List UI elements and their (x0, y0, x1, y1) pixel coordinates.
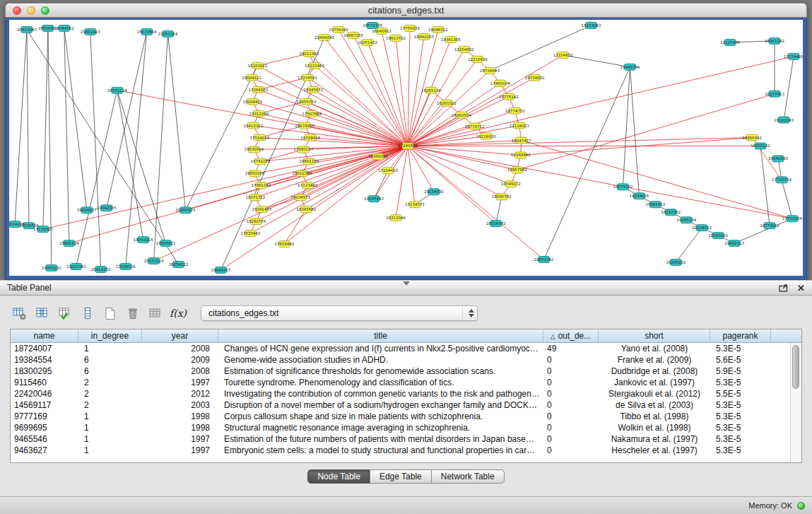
graph-node[interactable]: 19901238 (299, 158, 319, 165)
graph-node[interactable]: 18413322 (243, 122, 263, 129)
table-row[interactable]: 969969511998Structural magnetic resonanc… (11, 422, 801, 433)
graph-node[interactable]: 17123460 (298, 182, 317, 189)
graph-node[interactable]: 15958342 (742, 134, 762, 141)
graph-node[interactable]: 19145493 (364, 196, 384, 202)
graph-node[interactable]: 18756242 (329, 26, 348, 33)
graph-node[interactable]: 18563201 (708, 233, 728, 239)
graph-node[interactable]: 18291574 (246, 218, 266, 225)
graph-node[interactable]: 16942203 (414, 33, 434, 40)
graph-node[interactable]: 18205134 (421, 87, 441, 93)
graph-node[interactable]: 20412232 (91, 267, 111, 273)
graph-node[interactable]: 15951242 (765, 37, 784, 44)
graph-node[interactable]: 15116020 (476, 133, 496, 139)
column-header-pagerank[interactable]: pagerank (710, 329, 771, 343)
graph-node[interactable]: 16854222 (169, 262, 189, 268)
graph-node[interactable]: 17890127 (293, 146, 313, 153)
graph-node[interactable]: 17284203 (248, 86, 268, 93)
delete-table-icon[interactable] (123, 305, 143, 322)
graph-node[interactable]: 15905124 (59, 240, 79, 247)
graph-node[interactable]: 22406842 (314, 34, 334, 40)
graph-node[interactable]: 18694207 (211, 267, 231, 274)
new-table-icon[interactable] (100, 305, 120, 322)
graph-node[interactable]: 17625442 (240, 230, 260, 237)
graph-node[interactable]: 19555021 (156, 240, 176, 247)
graph-node[interactable]: 17485034 (490, 80, 510, 86)
edit-table-icon[interactable] (55, 305, 75, 322)
graph-node[interactable]: 19667205 (343, 32, 363, 38)
graph-node[interactable]: 17703504 (782, 216, 802, 222)
graph-node[interactable]: 18112352 (661, 209, 681, 216)
graph-node[interactable]: 19154830 (424, 189, 444, 195)
graph-node[interactable]: 15958232 (751, 143, 770, 149)
graph-node[interactable]: 20151324 (144, 258, 164, 264)
graph-node[interactable]: 11154408 (784, 53, 803, 59)
graph-node[interactable]: 18741235 (250, 158, 270, 165)
graph-node[interactable]: 20851342 (534, 257, 554, 263)
graph-node[interactable]: 21051324 (158, 30, 178, 37)
graph-node[interactable]: 16816342 (486, 221, 506, 227)
graph-node[interactable]: 17524013 (249, 134, 269, 141)
graph-node[interactable]: 20134512 (692, 225, 712, 231)
graph-node[interactable]: 20513043 (17, 26, 37, 33)
tab-network-table[interactable]: Network Table (431, 469, 505, 484)
graph-node[interactable]: 12125439 (720, 39, 740, 45)
table-settings-icon[interactable] (10, 305, 30, 322)
graph-node[interactable]: 18103022 (247, 62, 267, 69)
close-panel-icon[interactable]: ✕ (797, 284, 805, 293)
graph-node[interactable]: 17204420 (378, 168, 398, 174)
graph-node[interactable]: 12116023 (510, 122, 529, 129)
network-canvas[interactable]: 1724092618103022190841211728420318204430… (9, 20, 803, 276)
graph-node[interactable]: 19853104 (245, 170, 264, 177)
graph-node[interactable]: 19450232 (42, 265, 61, 271)
graph-node[interactable]: 18775142 (499, 93, 519, 100)
function-builder-icon[interactable]: f(x) (168, 305, 188, 322)
graph-node[interactable]: 12154902 (454, 46, 474, 52)
graph-node[interactable]: 19448794 (620, 64, 640, 70)
table-row[interactable]: 1938455462009Genome-wide association stu… (11, 354, 801, 366)
graph-node[interactable]: 17034126 (116, 264, 136, 270)
split-pane-handle[interactable] (403, 281, 410, 286)
import-table-icon[interactable] (146, 305, 165, 322)
graph-node[interactable]: 16261522 (437, 100, 457, 106)
graph-node[interactable]: 20260503 (176, 207, 196, 214)
graph-node[interactable]: 17234561 (298, 74, 317, 81)
graph-node[interactable]: 18043214 (134, 237, 153, 243)
column-header-short[interactable]: short (599, 329, 710, 343)
tab-edge-table[interactable]: Edge Table (370, 469, 432, 484)
window-titlebar[interactable]: citations_edges.txt (5, 3, 807, 18)
graph-node[interactable]: 19133904 (137, 28, 157, 35)
graph-node[interactable]: 19234026 (629, 193, 649, 199)
table-scrollbar[interactable] (790, 343, 801, 462)
graph-node[interactable]: 20061423 (645, 201, 665, 208)
table-row[interactable]: 1872400712008Changes of HCN gene express… (11, 343, 801, 354)
graph-node[interactable]: 19361305 (441, 36, 461, 42)
graph-node[interactable]: 15134571 (405, 201, 425, 208)
graph-node[interactable]: 19012342 (299, 50, 319, 57)
column-header-out_de[interactable]: △out_de... (543, 329, 599, 343)
graph-node[interactable]: 16262534 (452, 112, 471, 118)
graph-node[interactable]: 19181463 (252, 206, 271, 213)
graph-node[interactable]: 18096112 (428, 26, 448, 33)
graph-node[interactable]: 12154932 (553, 52, 573, 58)
graph-node[interactable]: 18957942 (507, 167, 527, 173)
table-row[interactable]: 946554611997Estimation of the future num… (11, 433, 801, 445)
graph-node[interactable]: 18679192 (613, 184, 633, 190)
graph-node[interactable]: 20801423 (81, 28, 100, 35)
graph-node[interactable]: 17961243 (251, 182, 271, 189)
graph-node[interactable]: 12215439 (468, 56, 488, 62)
graph-node[interactable]: 18312046 (386, 215, 406, 221)
graph-node[interactable]: 20531224 (107, 87, 127, 93)
graph-node[interactable]: 18183043 (582, 22, 601, 28)
table-row[interactable]: 2242004622012Investigating the contribut… (11, 388, 801, 399)
graph-node[interactable]: 16242938 (768, 156, 788, 162)
graph-node[interactable]: 19630924 (244, 146, 264, 153)
graph-node[interactable]: 19102243 (774, 117, 794, 123)
graph-node[interactable]: 19613722 (386, 35, 406, 41)
select-columns-icon[interactable] (33, 305, 52, 322)
graph-node[interactable]: 18095792 (492, 194, 512, 200)
graph-node[interactable]: 16773012 (760, 223, 779, 229)
graph-node[interactable]: 20042335 (97, 205, 117, 211)
table-select-dropdown[interactable]: citations_edges.txt (201, 305, 478, 321)
graph-node[interactable]: 19734932 (525, 74, 545, 81)
table-row[interactable]: 1830029562008Estimation of significance … (11, 366, 801, 377)
